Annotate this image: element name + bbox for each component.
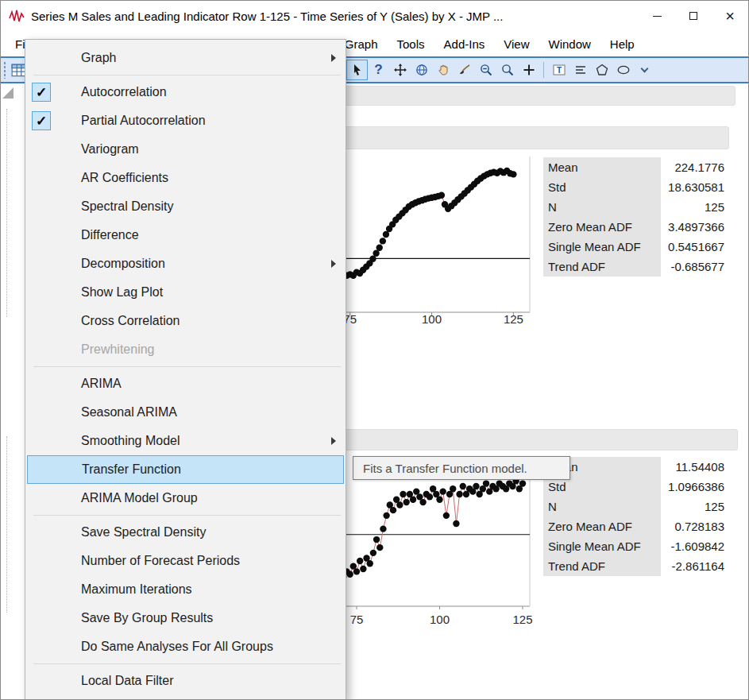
menu-item-label: Decomposition bbox=[81, 257, 165, 271]
menu-item-transfer-function[interactable]: Transfer Function bbox=[27, 455, 344, 484]
close-button[interactable]: × bbox=[712, 1, 748, 31]
menu-item-ar-coefficients[interactable]: AR Coefficients bbox=[25, 164, 346, 192]
menubar-item-tools[interactable]: Tools bbox=[388, 31, 434, 56]
menu-item-graph[interactable]: Graph bbox=[25, 44, 346, 72]
menubar-item-help[interactable]: Help bbox=[600, 31, 644, 56]
stat-value: -1.609842 bbox=[661, 540, 726, 553]
annotate-tool[interactable]: T bbox=[548, 60, 569, 80]
overflow-chevron[interactable] bbox=[634, 60, 655, 80]
menu-item-autocorrelation[interactable]: ✓Autocorrelation bbox=[25, 78, 346, 106]
menu-item-spectral-density[interactable]: Spectral Density bbox=[25, 192, 346, 221]
menu-item-arima[interactable]: ARIMA bbox=[25, 369, 346, 398]
stat-row: Single Mean ADF0.5451667 bbox=[543, 237, 726, 257]
window-controls: × bbox=[639, 1, 748, 31]
maximize-icon bbox=[689, 12, 697, 20]
menu-separator bbox=[33, 663, 341, 664]
toolbar-tools: ?T bbox=[346, 60, 655, 80]
stat-label: Zero Mean ADF bbox=[543, 516, 661, 536]
arrow-tool[interactable] bbox=[346, 60, 368, 80]
stat-label: N bbox=[543, 197, 661, 217]
menu-item-save-spectral-density[interactable]: Save Spectral Density bbox=[25, 518, 346, 547]
globe-tool[interactable] bbox=[411, 60, 432, 80]
svg-text:100: 100 bbox=[430, 613, 450, 626]
menu-item-label: Graph bbox=[81, 51, 116, 65]
checkbox-checked-icon: ✓ bbox=[32, 83, 51, 102]
stat-value: -0.685677 bbox=[661, 260, 726, 273]
brush-tool[interactable] bbox=[454, 60, 475, 80]
crosshair-tool[interactable] bbox=[518, 60, 539, 80]
menu-item-decomposition[interactable]: Decomposition bbox=[25, 249, 346, 278]
outline-disclosure-icon[interactable] bbox=[2, 87, 14, 99]
menu-item-prewhitening: Prewhitening bbox=[25, 335, 346, 364]
stat-label: Trend ADF bbox=[543, 257, 661, 277]
summary-statistics-table: Mean11.54408Std1.0966386N125Zero Mean AD… bbox=[543, 457, 726, 576]
stat-label: Zero Mean ADF bbox=[543, 217, 661, 237]
summary-statistics-table: Mean224.1776Std18.630581N125Zero Mean AD… bbox=[543, 157, 726, 277]
minimize-icon bbox=[653, 16, 662, 17]
menu-item-save-by-group-results[interactable]: Save By Group Results bbox=[25, 604, 346, 632]
stat-row: N125 bbox=[543, 197, 726, 217]
line-annotation-tool[interactable] bbox=[569, 60, 591, 80]
menu-item-label: Do Same Analyses For All Groups bbox=[81, 640, 273, 654]
svg-text:125: 125 bbox=[512, 613, 532, 626]
menu-item-seasonal-arima[interactable]: Seasonal ARIMA bbox=[25, 398, 346, 427]
menu-item-label: Number of Forecast Periods bbox=[81, 554, 240, 568]
help-tool[interactable]: ? bbox=[368, 60, 389, 80]
menu-item-local-data-filter[interactable]: Local Data Filter bbox=[25, 667, 346, 695]
stat-value: 125 bbox=[661, 500, 726, 513]
menu-item-partial-autocorrelation[interactable]: ✓Partial Autocorrelation bbox=[25, 106, 346, 135]
stat-row: N125 bbox=[543, 497, 726, 516]
jmp-window: Series M Sales and Leading Indicator Row… bbox=[0, 0, 749, 700]
window-title: Series M Sales and Leading Indicator Row… bbox=[31, 10, 503, 23]
menu-item-label: Partial Autocorrelation bbox=[81, 114, 206, 128]
jmp-logo-icon bbox=[9, 9, 25, 23]
menu-item-label: Transfer Function bbox=[82, 462, 181, 477]
menu-item-label: Save Spectral Density bbox=[81, 525, 206, 540]
menu-item-show-lag-plot[interactable]: Show Lag Plot bbox=[25, 278, 346, 307]
svg-text:100: 100 bbox=[422, 312, 442, 326]
oval-annotation-tool[interactable] bbox=[612, 60, 634, 80]
menu-separator bbox=[33, 75, 341, 75]
stat-row: Trend ADF-0.685677 bbox=[543, 257, 726, 277]
menu-item-label: AR Coefficients bbox=[81, 171, 168, 185]
menu-item-arima-model-group[interactable]: ARIMA Model Group bbox=[25, 484, 346, 512]
menu-item-label: Show Lag Plot bbox=[81, 285, 163, 300]
menubar-item-view[interactable]: View bbox=[494, 31, 539, 56]
tooltip: Fits a Transfer Function model. bbox=[353, 456, 570, 480]
stat-row: Zero Mean ADF0.728183 bbox=[543, 516, 726, 536]
menu-item-label: Variogram bbox=[81, 142, 139, 157]
stat-row: Mean224.1776 bbox=[543, 157, 726, 177]
grabber-hand-tool[interactable] bbox=[432, 60, 454, 80]
toolbar-separator bbox=[543, 62, 544, 78]
menu-item-cross-correlation[interactable]: Cross Correlation bbox=[25, 307, 346, 335]
menu-item-maximum-iterations[interactable]: Maximum Iterations bbox=[25, 575, 346, 604]
stat-label: N bbox=[543, 497, 661, 516]
minimize-button[interactable] bbox=[639, 1, 675, 31]
menu-item-variogram[interactable]: Variogram bbox=[25, 135, 346, 164]
magnifier-tool[interactable] bbox=[496, 60, 518, 80]
move-tool[interactable] bbox=[389, 60, 411, 80]
stat-label: Single Mean ADF bbox=[543, 536, 661, 556]
menu-item-do-same-analyses-for-all-groups[interactable]: Do Same Analyses For All Groups bbox=[25, 632, 346, 661]
toolbar-drag-grip[interactable] bbox=[3, 61, 7, 79]
stat-label: Single Mean ADF bbox=[543, 237, 661, 257]
stat-value: 0.728183 bbox=[661, 520, 726, 533]
menu-item-label: Local Data Filter bbox=[81, 674, 174, 688]
menu-item-label: Spectral Density bbox=[81, 199, 174, 214]
menubar-item-add-ins[interactable]: Add-Ins bbox=[434, 31, 495, 56]
menu-item-label: Cross Correlation bbox=[81, 314, 180, 328]
menu-item-number-of-forecast-periods[interactable]: Number of Forecast Periods bbox=[25, 547, 346, 575]
maximize-button[interactable] bbox=[675, 1, 712, 31]
menu-item-difference[interactable]: Difference bbox=[25, 221, 346, 249]
menubar-item-window[interactable]: Window bbox=[539, 31, 600, 56]
polygon-annotation-tool[interactable] bbox=[591, 60, 612, 80]
menu-item-smoothing-model[interactable]: Smoothing Model bbox=[25, 427, 346, 455]
zoom-out-tool[interactable] bbox=[475, 60, 496, 80]
checkbox-checked-icon: ✓ bbox=[32, 111, 51, 130]
context-menu: Graph✓Autocorrelation✓Partial Autocorrel… bbox=[25, 39, 346, 700]
svg-text:T: T bbox=[556, 66, 561, 75]
menu-item-label: Smoothing Model bbox=[81, 434, 180, 448]
stat-value: 1.0966386 bbox=[661, 480, 726, 493]
stat-value: 224.1776 bbox=[661, 160, 726, 174]
stat-row: Mean11.54408 bbox=[543, 457, 726, 477]
